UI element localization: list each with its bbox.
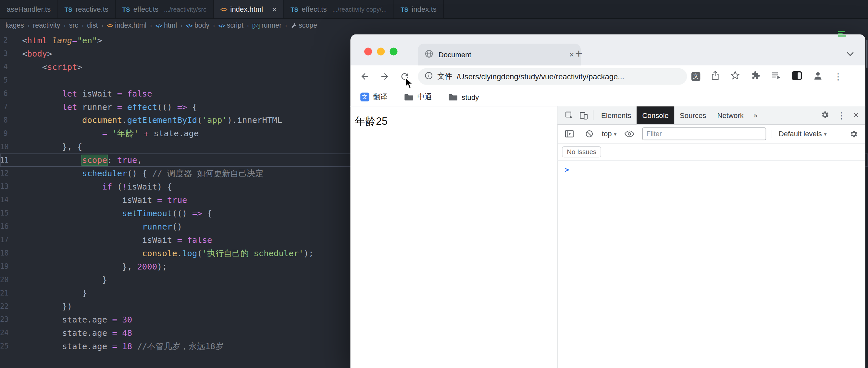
tab-favicon-globe-icon bbox=[425, 49, 433, 60]
line-number: 8 bbox=[0, 113, 8, 127]
caret-down-icon: ▾ bbox=[824, 131, 827, 137]
console-sidebar-icon[interactable] bbox=[562, 130, 576, 138]
devtools-tab-network[interactable]: Network bbox=[712, 106, 749, 124]
console-toolbar: top ▾ Default levels ▾ bbox=[557, 125, 865, 144]
line-number: 2 bbox=[0, 34, 8, 47]
bookmark-star-icon[interactable] bbox=[730, 70, 740, 83]
breadcrumb-item-script[interactable]: </>script bbox=[217, 22, 244, 29]
browser-menu-icon[interactable]: ⋮ bbox=[834, 71, 842, 82]
breadcrumb-item-body[interactable]: </>body bbox=[185, 22, 210, 29]
breadcrumb-item-reactivity[interactable]: reactivity bbox=[32, 22, 61, 29]
breadcrumb-item-scope[interactable]: scope bbox=[289, 22, 318, 29]
breadcrumb-item-src[interactable]: src bbox=[68, 22, 79, 29]
tab-path-detail: .../reactivity copy/... bbox=[332, 6, 387, 12]
eye-icon[interactable] bbox=[622, 130, 636, 138]
breadcrumb: kages›reactivity›src›dist›<>index.html›<… bbox=[0, 19, 868, 32]
line-number: 15 bbox=[0, 207, 8, 220]
editor-tab-reactive.ts[interactable]: TSreactive.ts bbox=[58, 0, 116, 18]
extensions-puzzle-icon[interactable] bbox=[751, 70, 761, 83]
traffic-light-fullscreen[interactable] bbox=[390, 48, 398, 56]
breadcrumb-separator: › bbox=[181, 22, 183, 29]
prompt-chevron-icon: > bbox=[565, 166, 569, 174]
html-file-icon: <> bbox=[107, 22, 113, 29]
bookmark-study[interactable]: study bbox=[448, 93, 479, 102]
ts-file-icon: TS bbox=[65, 6, 72, 12]
tab-label: index.html bbox=[230, 5, 263, 13]
line-number: 23 bbox=[0, 313, 8, 327]
line-number: 11 bbox=[0, 153, 8, 167]
devtools-menu-icon[interactable]: ⋮ bbox=[837, 110, 846, 120]
devtools-tab-bar: ElementsConsoleSourcesNetwork » ⋮ × bbox=[557, 106, 865, 124]
filter-input[interactable] bbox=[642, 128, 766, 140]
breadcrumb-separator: › bbox=[285, 22, 287, 29]
editor-tab-effect.ts[interactable]: TSeffect.ts.../reactivity/src bbox=[116, 0, 214, 18]
code-text: state.age = 18 //不管几岁，永远18岁 bbox=[8, 340, 224, 353]
devtools-tab-elements[interactable]: Elements bbox=[596, 106, 637, 124]
breadcrumb-item-dist[interactable]: dist bbox=[86, 22, 99, 29]
tab-close-icon[interactable]: × bbox=[272, 5, 277, 13]
html-file-icon: <> bbox=[220, 5, 227, 13]
more-tabs-icon[interactable]: » bbox=[749, 111, 762, 120]
page-viewport[interactable]: 年龄25 bbox=[350, 106, 557, 368]
browser-tab[interactable]: Document × bbox=[418, 44, 581, 65]
tab-close-icon[interactable]: × bbox=[569, 50, 574, 59]
split-view-icon[interactable] bbox=[792, 70, 802, 82]
breadcrumb-item-runner[interactable]: [@]runner bbox=[251, 22, 283, 29]
tag-icon: </> bbox=[186, 23, 192, 29]
devtools-close-icon[interactable]: × bbox=[854, 110, 859, 120]
traffic-light-close[interactable] bbox=[364, 48, 372, 56]
url-bar[interactable]: 文件 /Users/clyingdeng/study/vue/reactivit… bbox=[418, 68, 687, 85]
url-text[interactable]: /Users/clyingdeng/study/vue/reactivity/p… bbox=[457, 72, 624, 81]
tab-label: index.ts bbox=[412, 5, 436, 13]
breadcrumb-item-index.html[interactable]: <>index.html bbox=[105, 22, 147, 29]
line-number: 21 bbox=[0, 286, 8, 300]
line-number: 20 bbox=[0, 273, 8, 286]
forward-icon[interactable] bbox=[375, 72, 395, 82]
editor-tab-effect.ts[interactable]: TSeffect.ts.../reactivity copy/... bbox=[284, 0, 394, 18]
browser-titlebar[interactable]: Document × + bbox=[350, 34, 865, 65]
traffic-light-minimize[interactable] bbox=[377, 48, 385, 56]
line-number: 7 bbox=[0, 101, 8, 114]
breadcrumb-separator: › bbox=[150, 22, 152, 29]
browser-window: Document × + 文件 /Users/c bbox=[350, 34, 865, 368]
context-selector[interactable]: top ▾ bbox=[602, 130, 616, 138]
console-settings-icon[interactable] bbox=[846, 130, 861, 138]
caret-down-icon: ▾ bbox=[614, 131, 616, 137]
code-text: if (!isWait) { bbox=[8, 180, 172, 193]
bookmark-中通[interactable]: 中通 bbox=[404, 92, 432, 102]
code-text: = '年龄' + state.age bbox=[8, 127, 199, 140]
levels-dropdown[interactable]: Default levels ▾ bbox=[772, 130, 827, 138]
inspect-icon[interactable] bbox=[562, 111, 576, 120]
page-text: 年龄25 bbox=[355, 115, 388, 127]
new-tab-button[interactable]: + bbox=[575, 47, 582, 61]
share-icon[interactable] bbox=[711, 70, 720, 83]
code-text: let isWait = false bbox=[8, 87, 152, 101]
device-toolbar-icon[interactable] bbox=[576, 111, 590, 120]
editor-tab-aseHandler.ts[interactable]: aseHandler.ts bbox=[0, 0, 58, 18]
devtools-tab-sources[interactable]: Sources bbox=[674, 106, 712, 124]
playlist-icon[interactable] bbox=[771, 71, 781, 82]
ts-file-icon: TS bbox=[401, 6, 408, 12]
code-text: <script> bbox=[8, 60, 82, 74]
editor-tab-index.ts[interactable]: TSindex.ts bbox=[394, 0, 444, 18]
tab-search-chevron-icon[interactable] bbox=[846, 49, 855, 59]
translate-page-icon[interactable]: 文 bbox=[691, 72, 700, 81]
devtools-settings-gear-icon[interactable] bbox=[820, 110, 829, 120]
breadcrumb-item-html[interactable]: </>html bbox=[154, 22, 178, 29]
console-prompt[interactable]: > bbox=[557, 161, 865, 174]
breadcrumb-item-kages[interactable]: kages bbox=[4, 22, 25, 29]
profile-avatar-icon[interactable] bbox=[813, 70, 823, 83]
browser-content: 年龄25 ElementsConsoleSourcesNetwork » bbox=[350, 106, 865, 368]
translate-icon: 文 bbox=[360, 93, 369, 102]
mouse-cursor bbox=[405, 77, 414, 93]
clear-console-icon[interactable] bbox=[582, 130, 596, 138]
back-icon[interactable] bbox=[355, 72, 375, 82]
devtools-tab-console[interactable]: Console bbox=[637, 106, 674, 124]
info-icon[interactable] bbox=[425, 72, 433, 82]
bookmark-翻译[interactable]: 文翻译 bbox=[360, 92, 388, 102]
code-text: console.log('执行自己的 scheduler'); bbox=[8, 247, 314, 260]
issues-badge[interactable]: No Issues bbox=[562, 146, 601, 157]
editor-scrollbar[interactable] bbox=[866, 40, 867, 67]
symbol-icon: [@] bbox=[252, 23, 259, 29]
editor-tab-index.html[interactable]: <>index.html× bbox=[214, 0, 284, 18]
